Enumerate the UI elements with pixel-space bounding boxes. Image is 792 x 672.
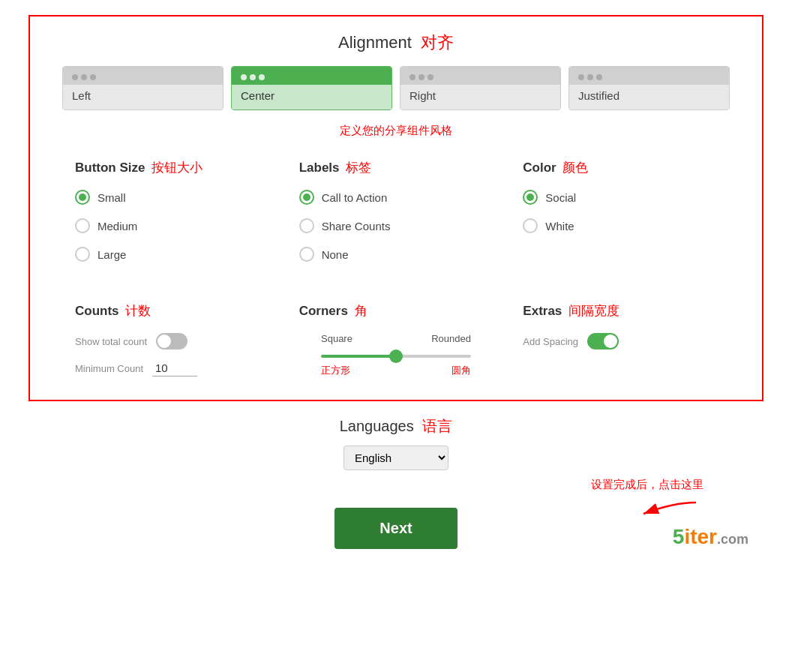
corners-slider[interactable] xyxy=(321,355,471,358)
radio-sc-circle xyxy=(299,218,314,233)
corners-section: Corners 角 Square Rounded 正方形 圆角 xyxy=(284,302,508,377)
alignment-title: Alignment 对齐 xyxy=(60,32,732,54)
languages-section: Languages 语言 English Chinese French Span… xyxy=(340,416,453,470)
alignment-center[interactable]: Center xyxy=(231,66,392,110)
rounded-label: Rounded xyxy=(431,333,471,344)
min-count-label: Minimum Count xyxy=(75,363,143,374)
arrow-svg xyxy=(628,495,704,525)
alignment-justified[interactable]: Justified xyxy=(568,66,730,110)
radio-small-circle xyxy=(75,190,90,205)
square-label: Square xyxy=(321,333,352,344)
corners-slider-row: Square Rounded 正方形 圆角 xyxy=(299,333,494,377)
radio-social-circle xyxy=(523,190,538,205)
subtitle: 定义您的分享组件风格 xyxy=(60,124,732,138)
label-share-counts[interactable]: Share Counts xyxy=(299,218,494,233)
counts-title: Counts 计数 xyxy=(75,302,269,320)
corners-slider-wrapper xyxy=(321,347,471,361)
alignment-justified-label: Justified xyxy=(569,85,729,110)
radio-medium-label: Medium xyxy=(98,220,137,232)
corners-slider-labels: Square Rounded xyxy=(321,333,471,344)
color-title: Color 颜色 xyxy=(523,159,717,176)
logo-com: .com xyxy=(717,532,748,547)
alignment-right-dots xyxy=(400,67,560,85)
page-wrapper: Alignment 对齐 Left Center Right xyxy=(0,0,792,672)
square-cn-label: 正方形 xyxy=(321,364,350,377)
rounded-cn-label: 圆角 xyxy=(452,364,471,377)
alignment-left[interactable]: Left xyxy=(62,66,224,110)
alignment-title-en: Alignment xyxy=(338,33,412,52)
radio-none-circle xyxy=(299,247,314,262)
show-total-label: Show total count xyxy=(75,336,147,347)
alignment-center-label: Center xyxy=(232,85,392,110)
button-size-large[interactable]: Large xyxy=(75,247,269,262)
show-total-toggle[interactable] xyxy=(156,333,188,350)
extras-title: Extras 间隔宽度 xyxy=(523,302,717,320)
min-count-row: Minimum Count 10 xyxy=(75,360,269,376)
add-spacing-toggle[interactable] xyxy=(587,333,619,350)
counts-section: Counts 计数 Show total count Minimum Count… xyxy=(60,302,284,377)
radio-white-circle xyxy=(523,218,538,233)
add-spacing-row: Add Spacing xyxy=(523,333,717,350)
alignment-right[interactable]: Right xyxy=(400,66,561,110)
min-count-input[interactable]: 10 xyxy=(152,360,197,376)
labels-title: Labels 标签 xyxy=(299,159,494,176)
three-col-bottom: Counts 计数 Show total count Minimum Count… xyxy=(60,302,732,377)
color-section: Color 颜色 Social White xyxy=(508,159,732,275)
radio-none-label: None xyxy=(322,248,349,261)
logo-iter: iter xyxy=(684,525,717,548)
alignment-left-dots xyxy=(63,67,223,85)
label-call-to-action[interactable]: Call to Action xyxy=(299,190,494,205)
radio-cta-circle xyxy=(299,190,314,205)
radio-large-label: Large xyxy=(98,248,126,261)
radio-cta-label: Call to Action xyxy=(322,191,388,204)
labels-section: Labels 标签 Call to Action Share Counts No… xyxy=(284,159,508,275)
button-size-section: Button Size 按钮大小 Small Medium Large xyxy=(60,159,284,275)
languages-title: Languages 语言 xyxy=(340,416,453,436)
button-size-medium[interactable]: Medium xyxy=(75,218,269,233)
color-social[interactable]: Social xyxy=(523,190,717,205)
button-size-small[interactable]: Small xyxy=(75,190,269,205)
alignment-options: Left Center Right Justified xyxy=(60,66,732,110)
alignment-center-dots xyxy=(232,67,392,85)
logo-five: 5 xyxy=(673,525,685,548)
show-total-count-row: Show total count xyxy=(75,333,269,350)
extras-section: Extras 间隔宽度 Add Spacing xyxy=(508,302,732,377)
radio-social-label: Social xyxy=(545,191,576,204)
alignment-title-cn: 对齐 xyxy=(421,33,454,52)
bottom-action-row: 设置完成后，点击这里 Next 5iter.com xyxy=(28,485,764,549)
hint-area: 设置完成后，点击这里 xyxy=(591,478,704,525)
radio-medium-circle xyxy=(75,218,90,233)
main-box: Alignment 对齐 Left Center Right xyxy=(28,15,764,401)
add-spacing-label: Add Spacing xyxy=(523,336,578,347)
language-select[interactable]: English Chinese French Spanish German xyxy=(344,446,448,470)
alignment-justified-dots xyxy=(569,67,729,85)
radio-white-label: White xyxy=(545,220,574,232)
radio-small-label: Small xyxy=(98,191,126,204)
label-none[interactable]: None xyxy=(299,247,494,262)
alignment-left-label: Left xyxy=(63,85,223,110)
alignment-right-label: Right xyxy=(400,85,560,110)
color-white[interactable]: White xyxy=(523,218,717,233)
logo-5iter: 5iter.com xyxy=(673,525,748,549)
next-button[interactable]: Next xyxy=(334,508,457,549)
radio-sc-label: Share Counts xyxy=(322,220,391,232)
radio-large-circle xyxy=(75,247,90,262)
corners-cn-labels: 正方形 圆角 xyxy=(321,364,471,377)
three-col-top: Button Size 按钮大小 Small Medium Large xyxy=(60,159,732,275)
button-size-title: Button Size 按钮大小 xyxy=(75,159,269,176)
hint-text: 设置完成后，点击这里 xyxy=(591,478,704,492)
corners-title: Corners 角 xyxy=(299,302,494,320)
